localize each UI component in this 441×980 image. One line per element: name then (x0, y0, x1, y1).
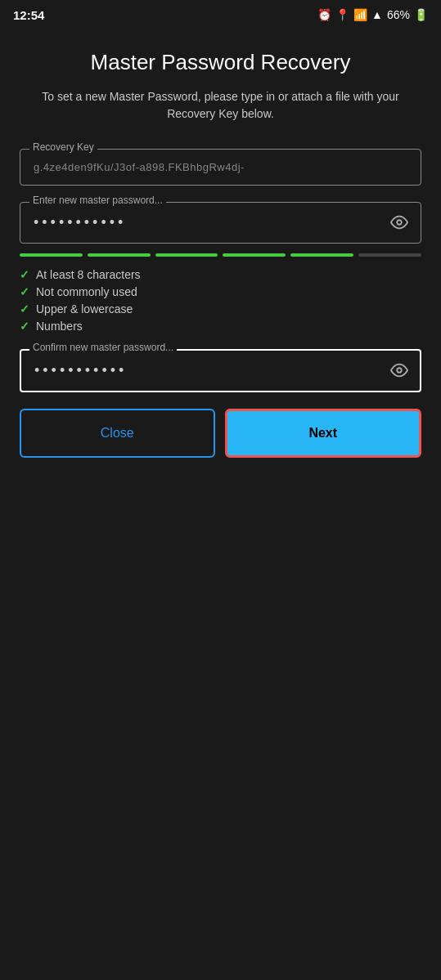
strength-segment-6 (358, 253, 421, 257)
check-icon: ✓ (20, 320, 29, 333)
status-icons: ⏰ 📍 📶 ▲ 66% 🔋 (317, 8, 428, 21)
new-password-container: Enter new master password... (20, 202, 421, 244)
location-icon: 📍 (335, 8, 349, 21)
next-button[interactable]: Next (225, 409, 422, 458)
battery-text: 66% (387, 8, 410, 21)
eye-icon (390, 213, 408, 231)
svg-point-1 (397, 369, 402, 374)
buttons-row: Close Next (20, 409, 421, 458)
check-icon: ✓ (20, 268, 29, 281)
new-password-label: Enter new master password... (29, 195, 166, 206)
confirm-password-label: Confirm new master password... (29, 342, 177, 353)
confirm-password-eye-button[interactable] (387, 358, 412, 383)
strength-segment-5 (290, 253, 353, 257)
requirement-item: ✓ At least 8 characters (20, 268, 421, 281)
wifi-icon: ▲ (371, 8, 383, 21)
eye-icon (390, 361, 408, 379)
check-icon: ✓ (20, 285, 29, 298)
confirm-password-input[interactable] (20, 349, 421, 392)
new-password-input[interactable] (20, 202, 421, 244)
strength-segment-2 (88, 253, 151, 257)
status-bar: 12:54 ⏰ 📍 📶 ▲ 66% 🔋 (0, 0, 441, 29)
status-time: 12:54 (13, 8, 44, 22)
strength-bar (20, 253, 421, 257)
close-button[interactable]: Close (20, 409, 215, 458)
recovery-key-container: Recovery Key (20, 149, 421, 186)
requirement-text: At least 8 characters (36, 268, 141, 281)
battery-icon: 🔋 (414, 8, 428, 21)
page-title: Master Password Recovery (20, 49, 421, 77)
clock-icon: ⏰ (317, 8, 331, 21)
new-password-eye-button[interactable] (387, 210, 412, 235)
requirement-text: Upper & lowercase (36, 302, 133, 315)
recovery-key-label: Recovery Key (29, 141, 97, 153)
strength-segment-1 (20, 253, 83, 257)
check-icon: ✓ (20, 302, 29, 315)
svg-point-0 (397, 221, 402, 226)
main-content: Master Password Recovery To set a new Ma… (0, 29, 441, 490)
confirm-password-container: Confirm new master password... (20, 349, 421, 392)
requirement-item: ✓ Numbers (20, 320, 421, 333)
requirement-item: ✓ Not commonly used (20, 285, 421, 298)
requirement-text: Numbers (36, 320, 83, 333)
requirement-item: ✓ Upper & lowercase (20, 302, 421, 315)
requirement-text: Not commonly used (36, 285, 137, 298)
strength-segment-4 (223, 253, 286, 257)
recovery-key-input[interactable] (20, 149, 421, 186)
strength-segment-3 (155, 253, 218, 257)
signal-icon: 📶 (353, 8, 367, 21)
page-subtitle: To set a new Master Password, please typ… (20, 88, 421, 123)
requirements-list: ✓ At least 8 characters ✓ Not commonly u… (20, 268, 421, 333)
